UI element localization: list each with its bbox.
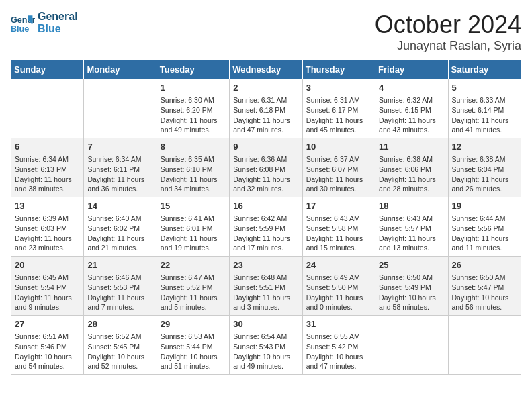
- day-number: 12: [452, 141, 517, 153]
- calendar-cell: 10Sunrise: 6:37 AMSunset: 6:07 PMDayligh…: [302, 138, 375, 197]
- sunrise-text: Sunrise: 6:43 AM: [379, 214, 444, 224]
- calendar-cell: 25Sunrise: 6:50 AMSunset: 5:49 PMDayligh…: [375, 257, 448, 316]
- sunrise-text: Sunrise: 6:55 AM: [306, 332, 371, 342]
- calendar-cell: 29Sunrise: 6:53 AMSunset: 5:44 PMDayligh…: [157, 316, 229, 375]
- sunset-text: Sunset: 5:56 PM: [452, 224, 517, 234]
- svg-text:Blue: Blue: [11, 24, 29, 34]
- sunrise-text: Sunrise: 6:52 AM: [87, 332, 152, 342]
- sunrise-text: Sunrise: 6:46 AM: [87, 273, 152, 283]
- daylight-text: Daylight: 10 hours and 54 minutes.: [15, 352, 80, 371]
- daylight-text: Daylight: 10 hours and 56 minutes.: [452, 293, 517, 312]
- day-number: 8: [161, 141, 226, 153]
- calendar-cell: 11Sunrise: 6:38 AMSunset: 6:06 PMDayligh…: [375, 138, 448, 197]
- daylight-text: Daylight: 11 hours and 30 minutes.: [306, 175, 371, 194]
- day-number: 19: [452, 200, 517, 212]
- daylight-text: Daylight: 11 hours and 0 minutes.: [306, 293, 371, 312]
- month-title: October 2024: [375, 11, 521, 39]
- sunrise-text: Sunrise: 6:34 AM: [87, 154, 152, 165]
- daylight-text: Daylight: 11 hours and 41 minutes.: [452, 116, 517, 135]
- sunset-text: Sunset: 5:42 PM: [306, 342, 371, 352]
- sunset-text: Sunset: 6:20 PM: [161, 105, 226, 116]
- day-number: 11: [379, 141, 444, 153]
- calendar-cell: 8Sunrise: 6:35 AMSunset: 6:10 PMDaylight…: [157, 138, 229, 197]
- sunset-text: Sunset: 5:43 PM: [233, 342, 298, 352]
- sunrise-text: Sunrise: 6:53 AM: [161, 332, 226, 342]
- sunrise-text: Sunrise: 6:43 AM: [306, 214, 371, 224]
- sunrise-text: Sunrise: 6:38 AM: [452, 154, 517, 165]
- calendar-cell: [84, 79, 157, 138]
- sunrise-text: Sunrise: 6:31 AM: [233, 95, 298, 105]
- calendar-cell: 18Sunrise: 6:43 AMSunset: 5:57 PMDayligh…: [375, 197, 448, 257]
- sunset-text: Sunset: 6:02 PM: [87, 224, 152, 234]
- day-number: 2: [233, 82, 298, 94]
- sunset-text: Sunset: 6:18 PM: [233, 105, 298, 116]
- calendar-cell: 1Sunrise: 6:30 AMSunset: 6:20 PMDaylight…: [157, 79, 229, 138]
- sunset-text: Sunset: 6:10 PM: [161, 165, 226, 175]
- sunset-text: Sunset: 6:01 PM: [161, 224, 226, 234]
- calendar-cell: 4Sunrise: 6:32 AMSunset: 6:15 PMDaylight…: [375, 79, 448, 138]
- daylight-text: Daylight: 11 hours and 38 minutes.: [15, 175, 80, 194]
- col-header-monday: Monday: [84, 60, 157, 79]
- col-header-tuesday: Tuesday: [157, 60, 229, 79]
- calendar-cell: 20Sunrise: 6:45 AMSunset: 5:54 PMDayligh…: [11, 257, 84, 316]
- sunrise-text: Sunrise: 6:48 AM: [233, 273, 298, 283]
- daylight-text: Daylight: 11 hours and 13 minutes.: [379, 234, 444, 253]
- page-header: General Blue General Blue October 2024 J…: [11, 11, 521, 53]
- day-number: 25: [379, 259, 444, 271]
- sunrise-text: Sunrise: 6:44 AM: [452, 214, 517, 224]
- daylight-text: Daylight: 10 hours and 49 minutes.: [233, 352, 298, 371]
- col-header-saturday: Saturday: [448, 60, 521, 79]
- col-header-wednesday: Wednesday: [230, 60, 302, 79]
- sunset-text: Sunset: 6:13 PM: [15, 165, 80, 175]
- sunset-text: Sunset: 5:50 PM: [306, 283, 371, 293]
- day-number: 5: [452, 82, 517, 94]
- sunset-text: Sunset: 5:57 PM: [379, 224, 444, 234]
- calendar-cell: 3Sunrise: 6:31 AMSunset: 6:17 PMDaylight…: [302, 79, 375, 138]
- calendar-cell: 2Sunrise: 6:31 AMSunset: 6:18 PMDaylight…: [230, 79, 302, 138]
- daylight-text: Daylight: 10 hours and 58 minutes.: [379, 293, 444, 312]
- daylight-text: Daylight: 11 hours and 49 minutes.: [161, 116, 226, 135]
- day-number: 13: [15, 200, 80, 212]
- sunrise-text: Sunrise: 6:47 AM: [161, 273, 226, 283]
- day-number: 7: [87, 141, 152, 153]
- location-title: Junaynat Raslan, Syria: [375, 39, 521, 53]
- sunset-text: Sunset: 5:52 PM: [161, 283, 226, 293]
- daylight-text: Daylight: 11 hours and 17 minutes.: [233, 234, 298, 253]
- day-number: 4: [379, 82, 444, 94]
- calendar-cell: 14Sunrise: 6:40 AMSunset: 6:02 PMDayligh…: [84, 197, 157, 257]
- logo-general: General: [38, 11, 78, 23]
- sunrise-text: Sunrise: 6:40 AM: [87, 214, 152, 224]
- day-number: 21: [87, 259, 152, 271]
- daylight-text: Daylight: 11 hours and 9 minutes.: [15, 293, 80, 312]
- daylight-text: Daylight: 11 hours and 5 minutes.: [161, 293, 226, 312]
- day-number: 6: [15, 141, 80, 153]
- day-number: 14: [87, 200, 152, 212]
- calendar-cell: 21Sunrise: 6:46 AMSunset: 5:53 PMDayligh…: [84, 257, 157, 316]
- day-number: 10: [306, 141, 371, 153]
- sunset-text: Sunset: 6:14 PM: [452, 105, 517, 116]
- daylight-text: Daylight: 11 hours and 3 minutes.: [233, 293, 298, 312]
- sunset-text: Sunset: 5:44 PM: [161, 342, 226, 352]
- sunset-text: Sunset: 5:45 PM: [87, 342, 152, 352]
- day-number: 24: [306, 259, 371, 271]
- day-number: 16: [233, 200, 298, 212]
- day-number: 22: [161, 259, 226, 271]
- calendar-cell: 19Sunrise: 6:44 AMSunset: 5:56 PMDayligh…: [448, 197, 521, 257]
- day-number: 27: [15, 318, 80, 330]
- daylight-text: Daylight: 11 hours and 28 minutes.: [379, 175, 444, 194]
- daylight-text: Daylight: 11 hours and 36 minutes.: [87, 175, 152, 194]
- calendar-cell: 15Sunrise: 6:41 AMSunset: 6:01 PMDayligh…: [157, 197, 229, 257]
- daylight-text: Daylight: 11 hours and 19 minutes.: [161, 234, 226, 253]
- sunset-text: Sunset: 5:46 PM: [15, 342, 80, 352]
- calendar-cell: [448, 316, 521, 375]
- sunset-text: Sunset: 6:07 PM: [306, 165, 371, 175]
- sunset-text: Sunset: 6:15 PM: [379, 105, 444, 116]
- sunset-text: Sunset: 6:06 PM: [379, 165, 444, 175]
- sunrise-text: Sunrise: 6:35 AM: [161, 154, 226, 165]
- calendar-cell: 13Sunrise: 6:39 AMSunset: 6:03 PMDayligh…: [11, 197, 84, 257]
- sunrise-text: Sunrise: 6:39 AM: [15, 214, 80, 224]
- day-number: 9: [233, 141, 298, 153]
- day-number: 23: [233, 259, 298, 271]
- day-number: 17: [306, 200, 371, 212]
- sunrise-text: Sunrise: 6:38 AM: [379, 154, 444, 165]
